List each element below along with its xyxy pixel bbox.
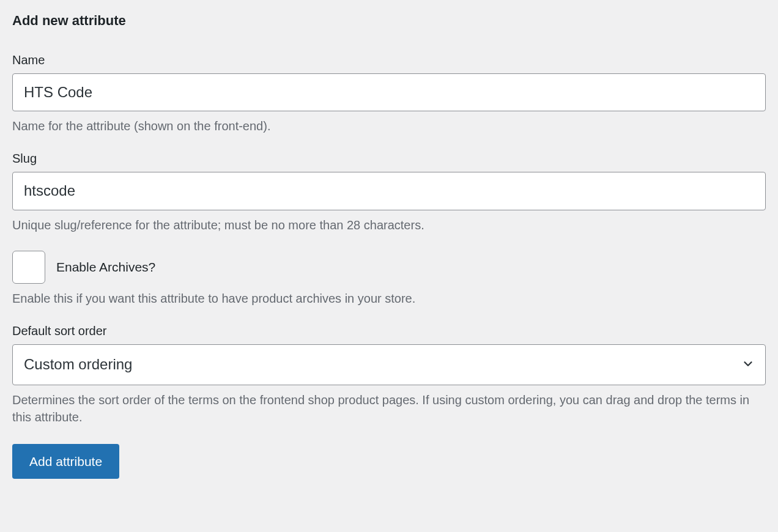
enable-archives-description: Enable this if you want this attribute t… bbox=[12, 290, 766, 307]
add-attribute-button[interactable]: Add attribute bbox=[12, 444, 119, 479]
enable-archives-label: Enable Archives? bbox=[56, 260, 155, 275]
name-description: Name for the attribute (shown on the fro… bbox=[12, 117, 766, 135]
name-label: Name bbox=[12, 53, 766, 67]
sort-order-description: Determines the sort order of the terms o… bbox=[12, 391, 766, 426]
sort-order-select-wrap: Custom ordering bbox=[12, 344, 766, 385]
sort-order-field-group: Default sort order Custom ordering Deter… bbox=[12, 324, 766, 426]
sort-order-select[interactable]: Custom ordering bbox=[12, 344, 766, 385]
form-heading: Add new attribute bbox=[12, 12, 766, 30]
slug-field-group: Slug Unique slug/reference for the attri… bbox=[12, 152, 766, 234]
enable-archives-row: Enable Archives? bbox=[12, 251, 766, 284]
enable-archives-checkbox[interactable] bbox=[12, 251, 45, 284]
sort-order-label: Default sort order bbox=[12, 324, 766, 338]
slug-description: Unique slug/reference for the attribute;… bbox=[12, 216, 766, 234]
slug-input[interactable] bbox=[12, 172, 766, 210]
add-attribute-form: Add new attribute Name Name for the attr… bbox=[12, 12, 766, 479]
name-input[interactable] bbox=[12, 73, 766, 112]
slug-label: Slug bbox=[12, 152, 766, 166]
name-field-group: Name Name for the attribute (shown on th… bbox=[12, 53, 766, 135]
submit-row: Add attribute bbox=[12, 444, 766, 479]
enable-archives-field-group: Enable Archives? Enable this if you want… bbox=[12, 251, 766, 307]
